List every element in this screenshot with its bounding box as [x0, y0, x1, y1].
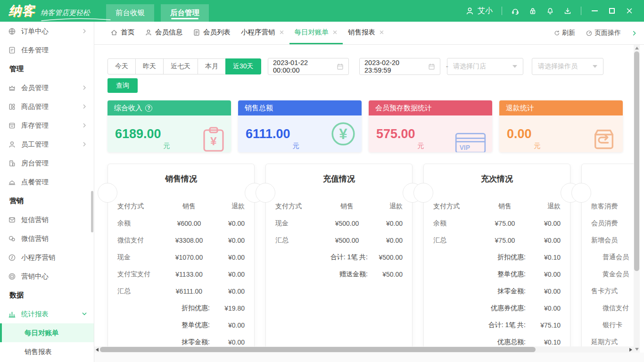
- download-button[interactable]: [563, 7, 572, 15]
- card-total-sales: 销售总额 6111.00 元 ¥: [238, 100, 362, 152]
- operator-select[interactable]: 请选择操作员: [532, 58, 603, 75]
- chevron-right-icon: [82, 104, 87, 109]
- date-from-input[interactable]: 2023-01-22 00:00:00: [268, 58, 349, 75]
- tab-close-icon[interactable]: [279, 30, 284, 35]
- list-icon: [193, 29, 200, 36]
- sidebar-scrollbar-thumb[interactable]: [91, 191, 93, 232]
- list-item: 黄金会员: [582, 266, 634, 283]
- range-last30days-button[interactable]: 近30天: [225, 58, 261, 74]
- summary-row: 合计: 1笔 共:¥75.10: [424, 317, 570, 334]
- globe-icon: [8, 27, 16, 35]
- sidebar-item-product-management[interactable]: 商品管理: [0, 97, 94, 116]
- carousel-prev-notch[interactable]: [413, 183, 433, 203]
- scroll-up-arrow[interactable]: [635, 47, 639, 49]
- notifications-button[interactable]: [546, 7, 554, 15]
- table-header: 支付方式销售退款: [108, 198, 254, 215]
- sidebar-item-food-order-management[interactable]: 点餐管理: [0, 173, 94, 191]
- sidebar-item-marketing-center[interactable]: 营销中心: [0, 267, 94, 286]
- sidebar-item-inventory-management[interactable]: 库存管理: [0, 116, 94, 135]
- chevron-right-icon: [82, 28, 87, 34]
- refresh-button[interactable]: 刷新: [553, 29, 575, 37]
- summary-row: 折扣优惠:¥0.10: [424, 249, 570, 266]
- panel-title: 充值情况: [266, 173, 412, 188]
- tab-sales-report[interactable]: 销售报表: [343, 22, 389, 44]
- app-logo: 纳客: [8, 2, 35, 19]
- table-row: 微信支付¥3308.00¥0.00: [108, 232, 254, 249]
- sidebar-item-member-management[interactable]: 会员管理: [0, 78, 94, 97]
- caret-down-icon: [593, 65, 597, 68]
- tab-home[interactable]: 首页: [105, 22, 140, 44]
- nav-back-management[interactable]: 后台管理: [161, 4, 209, 22]
- expand-chevron-icon[interactable]: [631, 30, 637, 36]
- panel-consumption-breakdown: 散客消费 会员消费 新增会员 普通会员 黄金会员 售卡方式 微信支付 银行卡 延…: [581, 164, 634, 346]
- lock-icon: [528, 7, 537, 16]
- summary-row: 赠送金额:¥50.00: [266, 266, 412, 283]
- help-icon[interactable]: ?: [145, 105, 152, 112]
- tab-miniprogram-marketing[interactable]: 小程序营销: [236, 22, 289, 44]
- list-item: 微信支付: [582, 300, 634, 317]
- sidebar-item-room-management[interactable]: 房台管理: [0, 154, 94, 173]
- vertical-scrollbar-thumb[interactable]: [634, 51, 639, 271]
- store-select[interactable]: 请选择门店: [447, 58, 523, 75]
- nav-front-cashier[interactable]: 前台收银: [106, 4, 154, 22]
- support-button[interactable]: [511, 7, 520, 15]
- envelope-icon: [8, 216, 16, 224]
- horizontal-scrollbar[interactable]: [94, 346, 634, 353]
- search-button[interactable]: 查询: [107, 78, 138, 93]
- sidebar-item-wechat-marketing[interactable]: 微信营销: [0, 229, 94, 248]
- sidebar-item-daily-reconciliation[interactable]: 每日对账单: [0, 323, 94, 342]
- horizontal-scrollbar-thumb[interactable]: [100, 347, 536, 352]
- range-thismonth-button[interactable]: 本月: [198, 58, 226, 74]
- card-total-income: 综合收入 ? 6189.00 元 ¥: [107, 100, 231, 152]
- sidebar-section-data: 数据: [0, 286, 94, 304]
- carousel-prev-notch[interactable]: [98, 183, 117, 203]
- date-to-input[interactable]: 2023-02-20 23:59:59: [359, 58, 440, 75]
- summary-row: 合计: 1笔 共:¥500.00: [266, 249, 412, 266]
- svg-text:¥: ¥: [210, 135, 217, 148]
- card-value: 575.00: [376, 127, 415, 141]
- svg-text:VIP: VIP: [460, 144, 470, 151]
- table-row: 现金¥1070.00¥0.00: [108, 249, 254, 266]
- tab-close-icon[interactable]: [379, 30, 384, 35]
- scroll-left-arrow[interactable]: [96, 348, 99, 352]
- lock-button[interactable]: [528, 7, 537, 15]
- clipboard-yen-icon: ¥: [202, 126, 225, 152]
- sidebar-item-sms-marketing[interactable]: 短信营销: [0, 210, 94, 229]
- close-icon: [626, 7, 633, 15]
- range-yesterday-button[interactable]: 昨天: [135, 58, 164, 74]
- list-item: 售卡方式: [582, 283, 634, 300]
- close-button[interactable]: [625, 7, 634, 15]
- range-last7days-button[interactable]: 近七天: [163, 58, 198, 74]
- sidebar-item-staff-management[interactable]: 员工管理: [0, 135, 94, 154]
- scroll-right-arrow[interactable]: [629, 348, 632, 352]
- home-icon: [110, 29, 118, 36]
- carousel-prev-notch[interactable]: [571, 183, 591, 203]
- card-refund-stats: 退款统计 0.00 元: [499, 100, 623, 152]
- stat-cards: 综合收入 ? 6189.00 元 ¥ 销售总额 6111.00: [107, 100, 623, 152]
- scroll-down-arrow[interactable]: [635, 348, 639, 351]
- sidebar-item-statistics-reports[interactable]: 统计报表: [0, 304, 94, 323]
- range-today-button[interactable]: 今天: [107, 58, 136, 74]
- svg-text:¥: ¥: [339, 126, 347, 142]
- sidebar-item-order-center[interactable]: 订单中心: [0, 22, 94, 41]
- summary-row: 折扣优惠:¥19.80: [108, 300, 254, 317]
- tab-member-list[interactable]: 会员列表: [188, 22, 236, 44]
- panel-recharge-situation: 充值情况 支付方式销售退款 现金¥500.00¥0.00 汇总¥500.00¥0…: [265, 164, 413, 346]
- sidebar-item-task-management[interactable]: 任务管理: [0, 41, 94, 59]
- card-unit: 元: [164, 142, 170, 152]
- list-item: 普通会员: [582, 249, 634, 266]
- carousel-prev-notch[interactable]: [256, 183, 275, 203]
- card-unit: 元: [293, 142, 299, 152]
- sidebar-item-miniprogram-marketing[interactable]: 小程序营销: [0, 248, 94, 267]
- tab-daily-reconciliation[interactable]: 每日对账单: [289, 22, 343, 44]
- vertical-scrollbar[interactable]: [634, 45, 640, 353]
- user-menu[interactable]: 艾小: [465, 6, 493, 16]
- minimize-button[interactable]: [590, 7, 599, 15]
- tab-member-info[interactable]: 会员信息: [140, 22, 188, 44]
- wechat-icon: [8, 235, 16, 243]
- page-operations-button[interactable]: 页面操作: [586, 29, 621, 37]
- maximize-button[interactable]: [608, 7, 616, 15]
- tab-close-icon[interactable]: [332, 30, 338, 35]
- sidebar-item-sales-report[interactable]: 销售报表: [0, 342, 94, 361]
- summary-row: 整单优惠:¥0.00: [424, 266, 570, 283]
